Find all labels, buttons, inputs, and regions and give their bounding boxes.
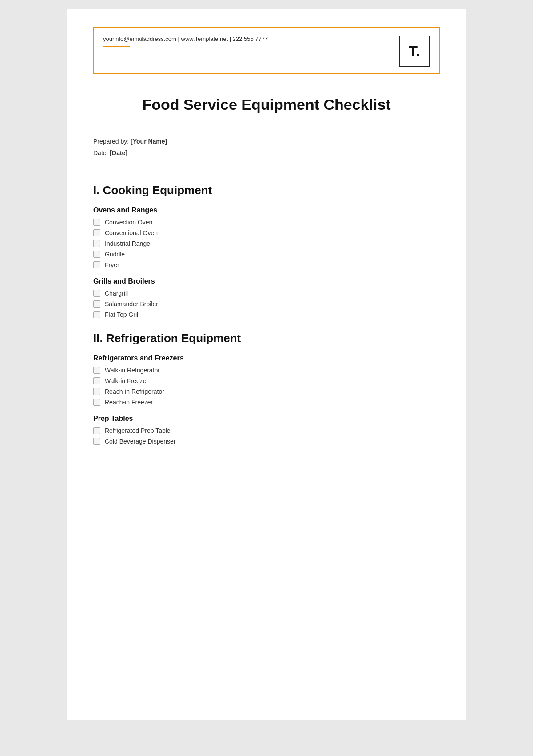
- list-item[interactable]: Salamander Broiler: [93, 300, 440, 308]
- list-item[interactable]: Industrial Range: [93, 240, 440, 247]
- subsection-heading-0-1: Grills and Broilers: [93, 277, 440, 285]
- checkbox-icon[interactable]: [93, 399, 100, 406]
- prepared-by-row: Prepared by: [Your Name]: [93, 138, 440, 145]
- prepared-by-label: Prepared by:: [93, 138, 129, 145]
- list-item-label: Convection Oven: [105, 219, 152, 226]
- checklist-0-1: ChargrillSalamander BroilerFlat Top Gril…: [93, 290, 440, 318]
- sections-container: I. Cooking EquipmentOvens and RangesConv…: [93, 184, 440, 445]
- section-cooking: I. Cooking EquipmentOvens and RangesConv…: [93, 184, 440, 318]
- list-item-label: Reach-in Freezer: [105, 399, 153, 406]
- list-item-label: Fryer: [105, 261, 119, 268]
- meta-section: Prepared by: [Your Name] Date: [Date]: [93, 138, 440, 156]
- date-value: [Date]: [110, 149, 127, 156]
- list-item-label: Griddle: [105, 251, 125, 258]
- list-item-label: Cold Beverage Dispenser: [105, 438, 176, 445]
- list-item[interactable]: Fryer: [93, 261, 440, 268]
- checkbox-icon[interactable]: [93, 290, 100, 297]
- checklist-1-1: Refrigerated Prep TableCold Beverage Dis…: [93, 427, 440, 445]
- checkbox-icon[interactable]: [93, 300, 100, 308]
- checklist-1-0: Walk-in RefrigeratorWalk-in FreezerReach…: [93, 367, 440, 406]
- section-heading-cooking: I. Cooking Equipment: [93, 184, 440, 197]
- list-item-label: Industrial Range: [105, 240, 150, 247]
- list-item-label: Salamander Broiler: [105, 300, 158, 308]
- list-item-label: Refrigerated Prep Table: [105, 427, 171, 434]
- checkbox-icon[interactable]: [93, 377, 100, 384]
- page-title: Food Service Equipment Checklist: [93, 96, 440, 113]
- checkbox-icon[interactable]: [93, 438, 100, 445]
- list-item-label: Chargrill: [105, 290, 128, 297]
- list-item[interactable]: Convection Oven: [93, 219, 440, 226]
- section-heading-refrigeration: II. Refrigeration Equipment: [93, 332, 440, 345]
- date-row: Date: [Date]: [93, 149, 440, 156]
- list-item-label: Conventional Oven: [105, 229, 158, 236]
- date-label: Date:: [93, 149, 108, 156]
- checklist-0-0: Convection OvenConventional OvenIndustri…: [93, 219, 440, 268]
- list-item[interactable]: Walk-in Refrigerator: [93, 367, 440, 374]
- section-refrigeration: II. Refrigeration EquipmentRefrigerators…: [93, 332, 440, 445]
- header-accent-line: [103, 46, 130, 47]
- subsection-heading-1-1: Prep Tables: [93, 415, 440, 423]
- list-item-label: Walk-in Refrigerator: [105, 367, 160, 374]
- header-left: yourinfo@emailaddress.com | www.Template…: [103, 36, 268, 47]
- list-item-label: Reach-in Refrigerator: [105, 388, 164, 395]
- checkbox-icon[interactable]: [93, 388, 100, 395]
- subsection-heading-0-0: Ovens and Ranges: [93, 206, 440, 214]
- list-item[interactable]: Reach-in Refrigerator: [93, 388, 440, 395]
- list-item[interactable]: Griddle: [93, 251, 440, 258]
- list-item[interactable]: Conventional Oven: [93, 229, 440, 236]
- list-item-label: Walk-in Freezer: [105, 377, 148, 384]
- header-logo: T.: [399, 36, 430, 67]
- list-item[interactable]: Walk-in Freezer: [93, 377, 440, 384]
- list-item[interactable]: Reach-in Freezer: [93, 399, 440, 406]
- title-section: Food Service Equipment Checklist: [93, 96, 440, 113]
- checkbox-icon[interactable]: [93, 229, 100, 236]
- page-header: yourinfo@emailaddress.com | www.Template…: [93, 27, 440, 74]
- document-page: yourinfo@emailaddress.com | www.Template…: [67, 9, 466, 720]
- divider-mid: [93, 170, 440, 170]
- list-item[interactable]: Flat Top Grill: [93, 311, 440, 318]
- prepared-by-value: [Your Name]: [131, 138, 167, 145]
- list-item[interactable]: Refrigerated Prep Table: [93, 427, 440, 434]
- header-contact: yourinfo@emailaddress.com | www.Template…: [103, 36, 268, 42]
- checkbox-icon[interactable]: [93, 251, 100, 258]
- checkbox-icon[interactable]: [93, 219, 100, 226]
- checkbox-icon[interactable]: [93, 240, 100, 247]
- list-item-label: Flat Top Grill: [105, 311, 139, 318]
- list-item[interactable]: Chargrill: [93, 290, 440, 297]
- checkbox-icon[interactable]: [93, 367, 100, 374]
- divider-top: [93, 127, 440, 127]
- checkbox-icon[interactable]: [93, 311, 100, 318]
- subsection-heading-1-0: Refrigerators and Freezers: [93, 354, 440, 362]
- list-item[interactable]: Cold Beverage Dispenser: [93, 438, 440, 445]
- checkbox-icon[interactable]: [93, 261, 100, 268]
- checkbox-icon[interactable]: [93, 427, 100, 434]
